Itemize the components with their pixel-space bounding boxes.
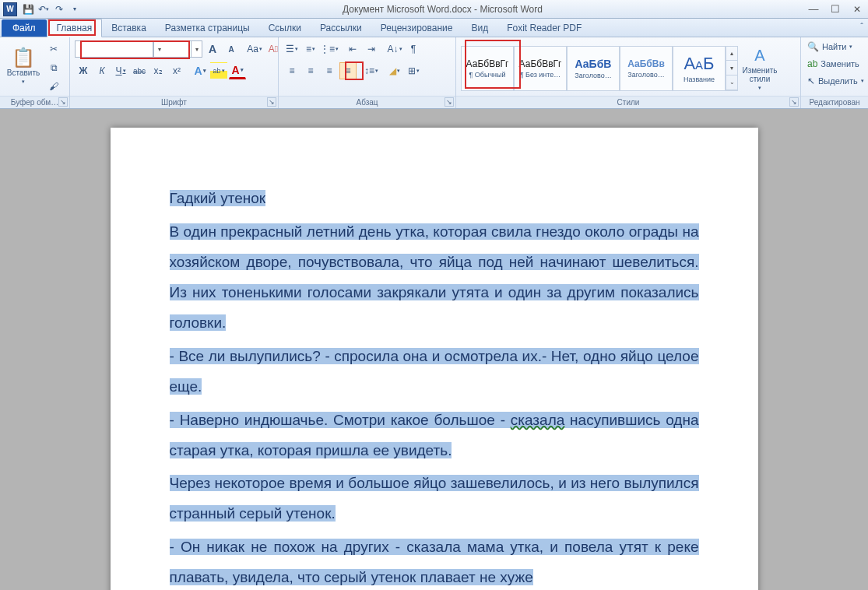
text-effects-button[interactable]: A [192,62,209,79]
bullets-button[interactable]: ☰ [283,40,300,58]
justify-button[interactable]: ≡ [339,62,357,79]
tab-layout[interactable]: Разметка страницы [156,19,259,37]
font-size-field[interactable] [164,41,191,57]
doc-paragraph[interactable]: - Наверно индюшачье. Смотри какое большо… [170,406,699,466]
ribbon: 📋 Вставить ▾ ✂ ⧉ 🖌 Буфер обм…↘ ▾ ▾ A [0,37,868,109]
copy-button[interactable]: ⧉ [45,59,62,76]
numbering-button[interactable]: ≡ [302,40,319,58]
bucket-icon: ◢ [389,65,396,76]
scroll-down-icon[interactable]: ▾ [726,61,737,76]
align-left-icon: ≡ [289,65,294,76]
multilevel-button[interactable]: ⋮≡ [321,40,338,58]
select-button[interactable]: ↖Выделить▾ [806,73,866,89]
borders-button[interactable]: ⊞ [405,62,422,79]
align-right-button[interactable]: ≡ [321,62,338,79]
paste-label: Вставить [7,68,40,77]
para-launcher[interactable]: ↘ [445,97,454,107]
strike-button[interactable]: abc [131,62,148,79]
shrink-font-button[interactable]: A [223,40,240,58]
grow-font-button[interactable]: A [204,40,221,58]
sort-button[interactable]: A↓ [386,40,403,58]
ribbon-collapse-button[interactable]: ˆ [860,22,863,31]
tab-review[interactable]: Рецензирование [371,19,462,37]
change-styles-button[interactable]: A Изменить стили ▾ [738,43,782,94]
sort-icon: A↓ [387,44,398,54]
window-title: Документ Microsoft Word.docx - Microsoft… [83,4,803,15]
style-heading2[interactable]: АаБбВвЗаголово… [620,46,673,91]
indent-dec-button[interactable]: ⇤ [344,40,361,58]
styles-expand-icon[interactable]: ⌄ [726,76,737,90]
highlight-button[interactable]: ab [210,62,227,79]
ribbon-tabs: Файл Главная Вставка Разметка страницы С… [0,19,868,37]
format-painter-button[interactable]: 🖌 [45,78,62,95]
show-marks-button[interactable]: ¶ [405,40,422,58]
subscript-button[interactable]: x₂ [149,62,167,79]
document-area[interactable]: Гадкий утенок В один прекрасный летний д… [0,109,868,590]
window-close-button[interactable]: ✕ [846,2,868,17]
italic-button[interactable]: К [93,62,111,79]
doc-paragraph[interactable]: - Он никак не похож на других - сказала … [170,532,699,590]
spacing-icon: ↕≡ [364,65,374,76]
underline-button[interactable]: Ч [112,62,129,79]
group-editing: 🔍Найти▾ abЗаменить ↖Выделить▾ Редактиров… [801,37,868,108]
borders-icon: ⊞ [408,65,416,76]
chevron-down-icon[interactable]: ▾ [191,41,202,57]
style-heading1[interactable]: АаБбВЗаголово… [567,46,620,91]
chevron-down-icon[interactable]: ▾ [153,41,164,57]
qat-customize-button[interactable]: ▾ [67,2,83,17]
qat-redo-button[interactable]: ↷ [51,2,67,17]
shading-button[interactable]: ◢ [386,62,403,79]
group-font: ▾ ▾ A A Aa Aͯ Ж К Ч abc x₂ x² A ab [70,37,279,108]
tab-mailings[interactable]: Рассылки [311,19,371,37]
tab-references[interactable]: Ссылки [259,19,311,37]
numbering-icon: ≡ [306,44,311,54]
replace-icon: ab [807,58,817,69]
styles-launcher[interactable]: ↘ [789,97,799,107]
tab-foxit[interactable]: Foxit Reader PDF [497,19,591,37]
line-spacing-button[interactable]: ↕≡ [363,62,380,79]
word-app-icon: W [3,2,17,16]
window-minimize-button[interactable]: — [803,2,824,17]
window-maximize-button[interactable]: ☐ [824,2,846,17]
outdent-icon: ⇤ [349,44,357,54]
eraser-icon: Aͯ [269,44,278,54]
select-icon: ↖ [807,76,815,86]
superscript-button[interactable]: x² [168,62,185,79]
tab-file[interactable]: Файл [2,19,47,37]
font-name-field[interactable] [76,41,153,57]
undo-icon: ↶ [38,4,46,15]
tab-view[interactable]: Вид [462,19,497,37]
font-name-combo[interactable]: ▾ ▾ [75,40,202,58]
indent-inc-button[interactable]: ⇥ [363,40,380,58]
replace-button[interactable]: abЗаменить [806,56,861,72]
doc-heading[interactable]: Гадкий утенок [170,184,699,214]
find-button[interactable]: 🔍Найти▾ [806,39,854,54]
brush-icon: 🖌 [49,81,58,92]
bold-button[interactable]: Ж [75,62,92,79]
align-center-button[interactable]: ≡ [302,62,319,79]
scroll-up-icon[interactable]: ▴ [726,47,737,61]
cut-button[interactable]: ✂ [45,40,62,58]
font-color-button[interactable]: A [229,62,246,79]
doc-paragraph[interactable]: Через некоторое время и большое яйцо заш… [170,469,699,529]
group-styles-label: Стили↘ [456,96,800,108]
style-normal[interactable]: АаБбВвГг¶ Обычный [461,46,514,91]
clipboard-launcher[interactable]: ↘ [58,97,68,107]
page[interactable]: Гадкий утенок В один прекрасный летний д… [111,128,758,590]
tab-insert[interactable]: Вставка [102,19,156,37]
paste-button[interactable]: 📋 Вставить ▾ [5,40,42,92]
font-launcher[interactable]: ↘ [267,97,276,107]
align-left-button[interactable]: ≡ [283,62,300,79]
tab-home[interactable]: Главная [47,19,103,37]
scissors-icon: ✂ [50,44,58,54]
change-case-button[interactable]: Aa [246,40,263,58]
styles-scroll[interactable]: ▴ ▾ ⌄ [726,46,738,91]
multilevel-icon: ⋮≡ [320,44,335,54]
style-title[interactable]: АаБНазвание [673,46,726,91]
doc-paragraph[interactable]: - Все ли вылупились? - спросила она и ос… [170,342,699,402]
qat-undo-button[interactable]: ↶▾ [36,2,51,17]
qat-save-button[interactable]: 💾 [20,2,36,17]
group-editing-label: Редактирован [801,96,868,108]
doc-paragraph[interactable]: В один прекрасный летний день утка, кото… [170,217,699,339]
style-no-spacing[interactable]: АаБбВвГг¶ Без инте… [514,46,567,91]
